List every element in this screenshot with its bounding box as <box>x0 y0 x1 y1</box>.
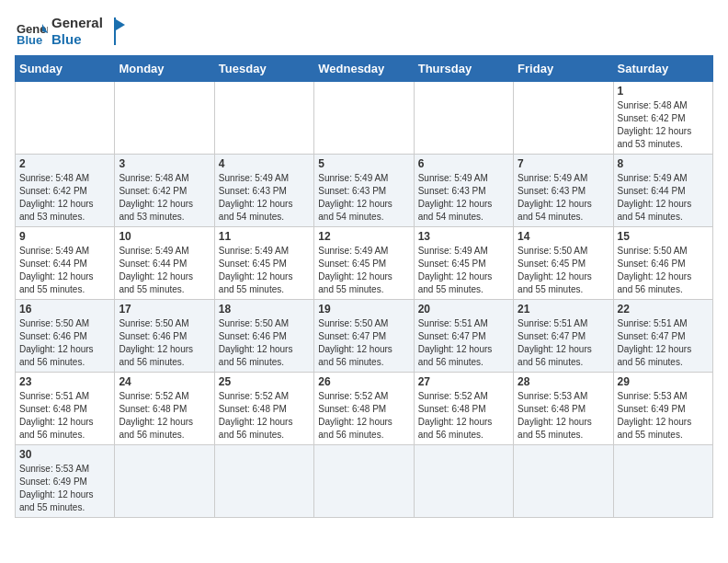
calendar-cell: 2Sunrise: 5:48 AM Sunset: 6:42 PM Daylig… <box>16 155 115 227</box>
day-number: 9 <box>19 230 110 243</box>
calendar-cell <box>514 445 613 518</box>
weekday-header-wednesday: Wednesday <box>314 56 414 82</box>
day-info: Sunrise: 5:51 AM Sunset: 6:48 PM Dayligh… <box>19 390 110 442</box>
logo-general: General <box>51 15 103 31</box>
calendar-week-row: 9Sunrise: 5:49 AM Sunset: 6:44 PM Daylig… <box>16 227 713 300</box>
calendar-cell <box>115 82 214 155</box>
calendar-cell: 10Sunrise: 5:49 AM Sunset: 6:44 PM Dayli… <box>115 227 214 300</box>
calendar-cell: 24Sunrise: 5:52 AM Sunset: 6:48 PM Dayli… <box>115 373 214 445</box>
calendar-cell: 16Sunrise: 5:50 AM Sunset: 6:46 PM Dayli… <box>16 300 115 373</box>
day-info: Sunrise: 5:49 AM Sunset: 6:44 PM Dayligh… <box>19 245 110 296</box>
day-info: Sunrise: 5:49 AM Sunset: 6:45 PM Dayligh… <box>318 245 409 296</box>
day-number: 23 <box>19 375 110 388</box>
day-info: Sunrise: 5:48 AM Sunset: 6:42 PM Dayligh… <box>119 172 210 224</box>
svg-marker-4 <box>116 19 125 30</box>
day-number: 10 <box>119 230 210 243</box>
day-info: Sunrise: 5:53 AM Sunset: 6:48 PM Dayligh… <box>518 390 609 442</box>
calendar-cell: 5Sunrise: 5:49 AM Sunset: 6:43 PM Daylig… <box>314 155 414 227</box>
calendar-cell: 9Sunrise: 5:49 AM Sunset: 6:44 PM Daylig… <box>16 227 115 300</box>
page-header: General Blue General Blue <box>15 15 713 48</box>
day-info: Sunrise: 5:52 AM Sunset: 6:48 PM Dayligh… <box>219 390 310 442</box>
calendar-cell: 6Sunrise: 5:49 AM Sunset: 6:43 PM Daylig… <box>414 155 513 227</box>
day-number: 6 <box>418 157 509 170</box>
day-number: 18 <box>219 303 310 316</box>
day-info: Sunrise: 5:49 AM Sunset: 6:45 PM Dayligh… <box>418 245 509 296</box>
day-info: Sunrise: 5:52 AM Sunset: 6:48 PM Dayligh… <box>318 390 409 442</box>
day-info: Sunrise: 5:51 AM Sunset: 6:47 PM Dayligh… <box>418 317 509 369</box>
day-info: Sunrise: 5:49 AM Sunset: 6:45 PM Dayligh… <box>219 245 310 296</box>
day-number: 15 <box>618 230 709 243</box>
calendar-week-row: 30Sunrise: 5:53 AM Sunset: 6:49 PM Dayli… <box>16 445 713 518</box>
day-info: Sunrise: 5:49 AM Sunset: 6:43 PM Dayligh… <box>518 172 609 224</box>
calendar-cell <box>115 445 214 518</box>
calendar-cell <box>613 445 712 518</box>
day-number: 5 <box>318 157 409 170</box>
logo-icon: General Blue <box>15 15 48 48</box>
calendar-cell: 12Sunrise: 5:49 AM Sunset: 6:45 PM Dayli… <box>314 227 414 300</box>
day-number: 29 <box>618 375 709 388</box>
calendar-cell: 29Sunrise: 5:53 AM Sunset: 6:49 PM Dayli… <box>613 373 712 445</box>
calendar-cell: 7Sunrise: 5:49 AM Sunset: 6:43 PM Daylig… <box>514 155 613 227</box>
day-info: Sunrise: 5:50 AM Sunset: 6:46 PM Dayligh… <box>618 245 709 296</box>
calendar-cell: 26Sunrise: 5:52 AM Sunset: 6:48 PM Dayli… <box>314 373 414 445</box>
calendar-cell: 27Sunrise: 5:52 AM Sunset: 6:48 PM Dayli… <box>414 373 513 445</box>
day-number: 19 <box>318 303 409 316</box>
day-number: 22 <box>618 303 709 316</box>
calendar-week-row: 2Sunrise: 5:48 AM Sunset: 6:42 PM Daylig… <box>16 155 713 227</box>
calendar-cell: 20Sunrise: 5:51 AM Sunset: 6:47 PM Dayli… <box>414 300 513 373</box>
calendar-table: SundayMondayTuesdayWednesdayThursdayFrid… <box>15 55 713 518</box>
day-number: 7 <box>518 157 609 170</box>
calendar-cell: 19Sunrise: 5:50 AM Sunset: 6:47 PM Dayli… <box>314 300 414 373</box>
day-info: Sunrise: 5:49 AM Sunset: 6:43 PM Dayligh… <box>418 172 509 224</box>
day-info: Sunrise: 5:52 AM Sunset: 6:48 PM Dayligh… <box>418 390 509 442</box>
svg-rect-3 <box>114 17 116 45</box>
calendar-cell: 23Sunrise: 5:51 AM Sunset: 6:48 PM Dayli… <box>16 373 115 445</box>
day-number: 20 <box>418 303 509 316</box>
calendar-cell: 1Sunrise: 5:48 AM Sunset: 6:42 PM Daylig… <box>613 82 712 155</box>
calendar-cell: 11Sunrise: 5:49 AM Sunset: 6:45 PM Dayli… <box>214 227 313 300</box>
day-info: Sunrise: 5:50 AM Sunset: 6:47 PM Dayligh… <box>318 317 409 369</box>
weekday-header-saturday: Saturday <box>613 56 712 82</box>
day-number: 16 <box>19 303 110 316</box>
day-number: 2 <box>19 157 110 170</box>
weekday-header-thursday: Thursday <box>414 56 513 82</box>
day-info: Sunrise: 5:49 AM Sunset: 6:43 PM Dayligh… <box>318 172 409 224</box>
day-info: Sunrise: 5:49 AM Sunset: 6:44 PM Dayligh… <box>618 172 709 224</box>
day-info: Sunrise: 5:50 AM Sunset: 6:46 PM Dayligh… <box>219 317 310 369</box>
day-number: 12 <box>318 230 409 243</box>
day-number: 28 <box>518 375 609 388</box>
day-info: Sunrise: 5:48 AM Sunset: 6:42 PM Dayligh… <box>19 172 110 224</box>
calendar-cell <box>214 445 313 518</box>
day-info: Sunrise: 5:52 AM Sunset: 6:48 PM Dayligh… <box>119 390 210 442</box>
calendar-cell <box>414 82 513 155</box>
day-number: 30 <box>19 448 110 461</box>
day-info: Sunrise: 5:50 AM Sunset: 6:46 PM Dayligh… <box>19 317 110 369</box>
weekday-header-sunday: Sunday <box>16 56 115 82</box>
calendar-cell: 21Sunrise: 5:51 AM Sunset: 6:47 PM Dayli… <box>514 300 613 373</box>
calendar-cell <box>314 445 414 518</box>
day-number: 25 <box>219 375 310 388</box>
calendar-cell <box>16 82 115 155</box>
day-number: 17 <box>119 303 210 316</box>
day-info: Sunrise: 5:51 AM Sunset: 6:47 PM Dayligh… <box>618 317 709 369</box>
calendar-cell <box>514 82 613 155</box>
day-number: 27 <box>418 375 509 388</box>
calendar-cell: 30Sunrise: 5:53 AM Sunset: 6:49 PM Dayli… <box>16 445 115 518</box>
day-number: 1 <box>618 85 709 98</box>
calendar-cell: 8Sunrise: 5:49 AM Sunset: 6:44 PM Daylig… <box>613 155 712 227</box>
calendar-cell: 15Sunrise: 5:50 AM Sunset: 6:46 PM Dayli… <box>613 227 712 300</box>
calendar-week-row: 16Sunrise: 5:50 AM Sunset: 6:46 PM Dayli… <box>16 300 713 373</box>
calendar-cell <box>314 82 414 155</box>
calendar-cell: 13Sunrise: 5:49 AM Sunset: 6:45 PM Dayli… <box>414 227 513 300</box>
day-number: 14 <box>518 230 609 243</box>
logo-blue: Blue <box>51 31 103 48</box>
calendar-cell: 17Sunrise: 5:50 AM Sunset: 6:46 PM Dayli… <box>115 300 214 373</box>
svg-text:Blue: Blue <box>17 33 42 47</box>
calendar-week-row: 1Sunrise: 5:48 AM Sunset: 6:42 PM Daylig… <box>16 82 713 155</box>
logo-flag-icon <box>107 17 125 45</box>
day-number: 4 <box>219 157 310 170</box>
day-info: Sunrise: 5:50 AM Sunset: 6:45 PM Dayligh… <box>518 245 609 296</box>
day-number: 24 <box>119 375 210 388</box>
calendar-cell <box>414 445 513 518</box>
day-info: Sunrise: 5:49 AM Sunset: 6:44 PM Dayligh… <box>119 245 210 296</box>
